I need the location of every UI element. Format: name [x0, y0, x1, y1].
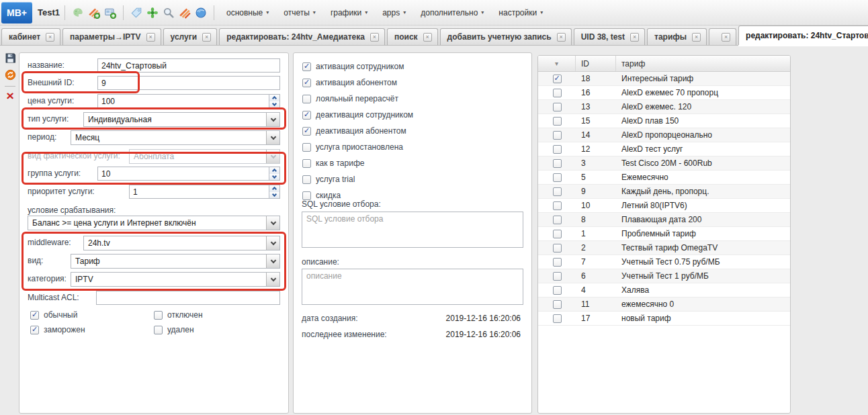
checkbox[interactable]: ✓: [154, 326, 163, 334]
tab[interactable]: тарифы ×: [647, 28, 707, 45]
palette-icon[interactable]: [70, 5, 86, 21]
save-icon[interactable]: [3, 51, 17, 64]
chevron-down-icon[interactable]: [266, 255, 279, 268]
price-input[interactable]: [97, 94, 280, 108]
table-row[interactable]: ✓ 5 Ежемесячно: [538, 171, 790, 185]
tab[interactable]: услуги ×: [163, 28, 218, 45]
flower-icon[interactable]: [144, 5, 161, 21]
chevron-down-icon[interactable]: [266, 113, 279, 126]
checkbox[interactable]: ✓: [30, 326, 39, 334]
row-checkbox[interactable]: ✓: [553, 286, 562, 295]
tab[interactable]: редактировать: 24htv_Стартовый ×: [738, 26, 868, 45]
chevron-down-icon[interactable]: [266, 216, 279, 230]
service-type-select[interactable]: Индивидуальная: [83, 112, 280, 127]
flag-checkbox-item[interactable]: ✓ активация сотрудником: [294, 58, 531, 75]
row-checkbox[interactable]: ✓: [553, 272, 562, 281]
close-icon[interactable]: ×: [202, 33, 211, 42]
table-row[interactable]: ✓ 1 Проблемный тариф: [538, 227, 790, 241]
middleware-select[interactable]: 24h.tv: [83, 236, 280, 250]
checkbox[interactable]: ✓: [302, 95, 311, 103]
add-account-icon[interactable]: [102, 5, 118, 21]
row-checkbox[interactable]: ✓: [553, 300, 562, 309]
flag-checkbox-item[interactable]: ✓ как в тарифе: [294, 155, 531, 171]
tab[interactable]: поиск ×: [387, 28, 438, 45]
close-icon[interactable]: ×: [722, 33, 730, 42]
table-row[interactable]: ✓ 3 Test Cisco 20M - 600Rub: [538, 156, 790, 171]
row-checkbox[interactable]: ✓: [553, 131, 562, 140]
priority-spinner[interactable]: [269, 185, 279, 198]
category-select[interactable]: IPTV: [71, 272, 280, 287]
price-spinner[interactable]: [269, 95, 279, 107]
row-checkbox[interactable]: ✓: [553, 75, 562, 83]
flag-checkbox-item[interactable]: ✓ услуга trial: [294, 171, 531, 187]
checkbox[interactable]: ✓: [302, 175, 311, 184]
sql-condition-textarea[interactable]: [302, 212, 523, 248]
close-icon[interactable]: ×: [46, 33, 54, 42]
name-input[interactable]: [97, 58, 280, 73]
row-checkbox[interactable]: ✓: [553, 244, 562, 252]
table-row[interactable]: ✓ 10 Летний 80(IPTV6): [538, 199, 790, 213]
close-icon[interactable]: ×: [146, 33, 155, 42]
chevron-down-icon[interactable]: [266, 236, 279, 250]
table-row[interactable]: ✓ 16 AlexD ежемес 70 пропорц: [538, 86, 790, 100]
menu-item[interactable]: apps ▾: [375, 0, 413, 26]
table-row[interactable]: ✓ 9 Каждый день, пропорц.: [538, 185, 790, 199]
close-icon[interactable]: ×: [630, 33, 639, 42]
checkbox[interactable]: ✓: [302, 79, 311, 87]
menu-item[interactable]: дополнительно ▾: [413, 0, 491, 26]
tab[interactable]: параметры→IPTV ×: [62, 28, 161, 45]
period-select[interactable]: Месяц: [71, 130, 280, 145]
table-row[interactable]: ✓ 14 AlexD пропорцеонально: [538, 128, 790, 142]
menu-item[interactable]: отчеты ▾: [276, 0, 323, 26]
checkbox[interactable]: ✓: [154, 311, 163, 320]
grid-header-id-column[interactable]: ID: [576, 56, 616, 71]
close-icon[interactable]: ×: [557, 33, 566, 42]
chevron-down-icon[interactable]: [266, 131, 279, 144]
checkbox[interactable]: ✓: [302, 143, 311, 152]
table-row[interactable]: ✓ 17 новый тариф: [538, 312, 790, 326]
row-checkbox[interactable]: ✓: [553, 145, 562, 154]
table-row[interactable]: ✓ 18 Интересный тариф: [538, 72, 790, 86]
table-row[interactable]: ✓ 12 AlexD тест услуг: [538, 142, 790, 156]
checkbox[interactable]: ✓: [302, 159, 311, 168]
table-row[interactable]: ✓ 4 Халява: [538, 283, 790, 297]
tag-icon[interactable]: [128, 5, 144, 21]
menu-item[interactable]: графики ▾: [323, 0, 375, 26]
checkbox[interactable]: ✓: [302, 127, 311, 136]
external-id-input[interactable]: [97, 76, 280, 90]
state-frozen-checkbox[interactable]: ✓ заморожен: [30, 324, 85, 335]
checkbox[interactable]: ✓: [302, 62, 311, 71]
multicast-acl-input[interactable]: [96, 291, 280, 305]
row-checkbox[interactable]: ✓: [553, 216, 562, 224]
description-textarea[interactable]: [302, 269, 523, 305]
close-icon[interactable]: ×: [423, 33, 432, 42]
row-checkbox[interactable]: ✓: [553, 159, 562, 168]
row-checkbox[interactable]: ✓: [553, 187, 562, 196]
checkbox[interactable]: ✓: [30, 311, 39, 320]
flag-checkbox-item[interactable]: ✓ деактивация абонентом: [294, 123, 531, 139]
refresh-icon[interactable]: [3, 68, 17, 81]
flag-checkbox-item[interactable]: ✓ деактивация сотрудником: [294, 107, 531, 123]
row-checkbox[interactable]: ✓: [553, 89, 562, 97]
checkbox[interactable]: ✓: [302, 111, 311, 120]
close-icon[interactable]: ×: [692, 33, 701, 42]
flag-checkbox-item[interactable]: ✓ активация абонентом: [294, 75, 531, 91]
table-row[interactable]: ✓ 8 Плавающая дата 200: [538, 213, 790, 227]
table-row[interactable]: ✓ 13 AlexD ежемес. 120: [538, 100, 790, 114]
table-row[interactable]: ✓ 15 AlexD плав 150: [538, 114, 790, 128]
tab[interactable]: ×: [709, 28, 736, 45]
state-normal-checkbox[interactable]: ✓ обычный: [30, 310, 77, 320]
menu-item[interactable]: настройки ▾: [491, 0, 550, 26]
close-icon[interactable]: ×: [370, 33, 379, 42]
chevron-down-icon[interactable]: [266, 273, 279, 286]
globe-icon[interactable]: [193, 5, 209, 21]
add-service-icon[interactable]: [86, 5, 102, 21]
grid-header-select-column[interactable]: ▾: [538, 56, 576, 71]
tab[interactable]: добавить учетную запись ×: [440, 28, 572, 45]
row-checkbox[interactable]: ✓: [553, 258, 562, 267]
row-checkbox[interactable]: ✓: [553, 201, 562, 210]
flag-checkbox-item[interactable]: ✓ лояльный перерасчёт: [294, 91, 531, 107]
state-disabled-checkbox[interactable]: ✓ отключен: [154, 310, 203, 320]
grid-header-tariff-column[interactable]: тариф: [616, 56, 790, 71]
tab[interactable]: редактировать: 24htv_Амедиатека ×: [219, 28, 385, 45]
